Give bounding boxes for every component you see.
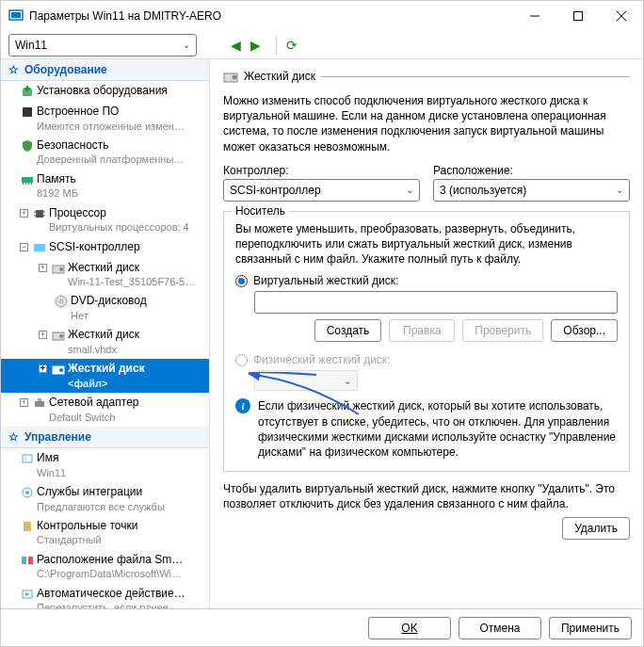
- physical-disk-info: Если физический жесткий диск, который вы…: [258, 398, 618, 460]
- physical-disk-radio-row: Физический жесткий диск:: [235, 353, 618, 366]
- section-hardware: ☆ Оборудование: [1, 59, 209, 81]
- radio-virtual-disk[interactable]: [235, 275, 248, 287]
- svg-rect-35: [24, 522, 31, 531]
- sidebar-item-autostart[interactable]: Автоматическое действие при запускеПерез…: [1, 584, 209, 608]
- media-fieldset: Носитель Вы можете уменьшить, преобразов…: [223, 211, 630, 472]
- add-hardware-icon: [20, 84, 35, 99]
- sidebar-item-hdd1[interactable]: + Жесткий дискWin-11-Test_35105F76-5D9D-…: [1, 258, 209, 292]
- divider: [321, 76, 630, 77]
- svg-point-28: [59, 368, 63, 372]
- section-management: ☆ Управление: [1, 427, 209, 448]
- expand-icon[interactable]: +: [39, 364, 47, 373]
- ok-button[interactable]: OK: [368, 617, 451, 639]
- chevron-down-icon: ⌄: [344, 376, 351, 386]
- expand-icon[interactable]: +: [20, 398, 28, 407]
- sidebar-item-hdd3-selected[interactable]: + Жесткий диск<файл>: [1, 359, 209, 393]
- controller-label: Контроллер:: [223, 164, 420, 177]
- browse-button[interactable]: Обзор...: [551, 319, 618, 342]
- apply-button[interactable]: Применить: [549, 617, 632, 639]
- delete-description: Чтобы удалить виртуальный жесткий диск, …: [223, 481, 630, 511]
- svg-point-24: [60, 300, 63, 303]
- svg-point-42: [233, 75, 237, 80]
- maximize-button[interactable]: [556, 1, 600, 31]
- firmware-icon: [20, 105, 35, 120]
- dvd-icon: [54, 294, 69, 309]
- main-panel: Жесткий диск Можно изменить способ подкл…: [210, 59, 643, 608]
- sidebar-item-smartpaging[interactable]: Расположение файла Smart PagingC:\Progra…: [1, 550, 209, 584]
- nav-prev-icon[interactable]: ◀: [231, 38, 241, 53]
- sidebar-item-checkpoints[interactable]: Контрольные точкиСтандартный: [1, 516, 209, 550]
- sidebar-item-add-hardware[interactable]: Установка оборудования: [1, 81, 209, 102]
- radio-physical-disk: [235, 354, 248, 366]
- expand-icon[interactable]: +: [20, 209, 28, 218]
- chevron-down-icon: ⌄: [406, 185, 413, 195]
- svg-rect-3: [574, 12, 583, 21]
- svg-rect-12: [25, 183, 26, 185]
- app-icon: [8, 8, 24, 24]
- sidebar-item-security[interactable]: БезопасностьДоверенный платформенный мод…: [1, 136, 209, 170]
- collapse-icon[interactable]: −: [20, 243, 28, 251]
- window-title: Параметры Win11 на DMITRY-AERO: [29, 9, 513, 23]
- location-select[interactable]: 3 (используется) ⌄: [433, 179, 630, 202]
- hdd-icon: [51, 362, 66, 377]
- svg-rect-9: [23, 107, 32, 117]
- svg-rect-29: [35, 401, 44, 407]
- sidebar-item-name[interactable]: I ИмяWin11: [1, 448, 209, 482]
- physical-disk-label: Физический жесткий диск:: [253, 353, 390, 366]
- chevron-down-icon: ⌄: [616, 185, 623, 195]
- svg-text:I: I: [24, 455, 26, 461]
- cpu-icon: [32, 206, 47, 221]
- svg-rect-11: [23, 183, 24, 185]
- panel-title: Жесткий диск: [244, 70, 315, 83]
- physical-disk-select: ⌄: [254, 370, 358, 391]
- sidebar-item-firmware[interactable]: Встроенное ПОИмеются отложенные изменени…: [1, 102, 209, 136]
- edit-button: Правка: [389, 319, 455, 342]
- bottombar: OK Отмена Применить: [1, 608, 643, 646]
- location-label: Расположение:: [433, 164, 630, 177]
- svg-rect-37: [28, 557, 33, 564]
- hdd-icon: [51, 328, 66, 343]
- controller-select[interactable]: SCSI-контроллер ⌄: [223, 179, 420, 202]
- titlebar: Параметры Win11 на DMITRY-AERO: [1, 1, 643, 31]
- hdd-icon: [223, 69, 238, 84]
- svg-point-26: [59, 334, 63, 338]
- smartpaging-icon: [20, 553, 35, 568]
- svg-rect-8: [24, 88, 30, 89]
- virtual-disk-path-input[interactable]: [254, 291, 618, 314]
- media-legend: Носитель: [232, 204, 289, 218]
- network-icon: [32, 396, 47, 411]
- sidebar-item-dvd[interactable]: DVD-дисководНет: [1, 291, 209, 325]
- sidebar-item-integration[interactable]: Службы интеграцииПредлагаются все службы: [1, 482, 209, 516]
- close-button[interactable]: [600, 1, 643, 31]
- refresh-icon[interactable]: ⟳: [286, 38, 298, 53]
- svg-point-34: [25, 491, 29, 494]
- autostart-icon: [20, 587, 35, 602]
- svg-rect-13: [28, 183, 29, 185]
- sidebar-item-network[interactable]: + Сетевой адаптерDefault Switch: [1, 393, 209, 427]
- sidebar: ☆ Оборудование Установка оборудования Вс…: [1, 59, 210, 608]
- create-button[interactable]: Создать: [314, 319, 382, 342]
- virtual-disk-radio-row[interactable]: Виртуальный жесткий диск:: [235, 274, 618, 287]
- svg-rect-10: [22, 177, 33, 183]
- sidebar-item-hdd2[interactable]: + Жесткий дискsmall.vhdx: [1, 325, 209, 359]
- expand-icon[interactable]: +: [39, 264, 47, 272]
- chevron-down-icon: ⌄: [183, 40, 190, 50]
- topbar: Win11 ⌄ ◀ ▶ ⟳: [1, 31, 643, 59]
- vm-select[interactable]: Win11 ⌄: [8, 34, 197, 57]
- sidebar-item-scsi[interactable]: − SCSI-контроллер: [1, 237, 209, 258]
- expand-icon[interactable]: +: [39, 331, 47, 339]
- nav-next-icon[interactable]: ▶: [250, 38, 261, 53]
- minimize-button[interactable]: [513, 1, 556, 31]
- svg-rect-30: [38, 398, 41, 401]
- panel-description: Можно изменить способ подключения виртуа…: [223, 93, 630, 154]
- memory-icon: [20, 172, 35, 187]
- hdd-icon: [51, 261, 66, 276]
- media-description: Вы можете уменьшить, преобразовать, разв…: [235, 221, 618, 267]
- sidebar-item-memory[interactable]: Память8192 МБ: [1, 170, 209, 203]
- svg-rect-1: [11, 12, 21, 18]
- sidebar-item-cpu[interactable]: + ПроцессорВиртуальных процессоров: 4: [1, 203, 209, 237]
- delete-button[interactable]: Удалить: [562, 517, 630, 540]
- virtual-disk-label: Виртуальный жесткий диск:: [253, 274, 398, 287]
- cancel-button[interactable]: Отмена: [459, 617, 541, 639]
- star-icon: ☆: [8, 63, 19, 76]
